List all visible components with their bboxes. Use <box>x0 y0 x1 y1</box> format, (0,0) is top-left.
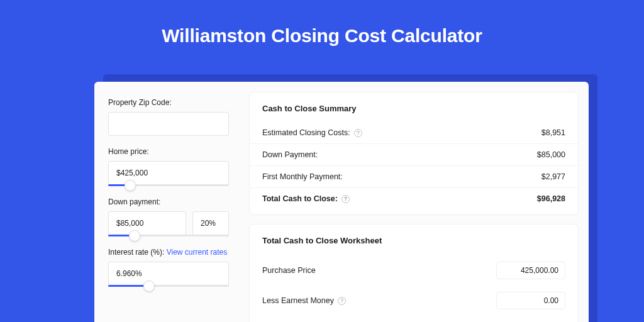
worksheet-row: Total Mortgage Loan Amount <box>262 316 565 322</box>
worksheet-row-input[interactable] <box>496 262 565 279</box>
summary-row-label: Down Payment: <box>262 150 318 159</box>
worksheet-row-label: Purchase Price <box>262 266 316 275</box>
worksheet-rows: Purchase PriceLess Earnest Money?Total M… <box>262 255 565 322</box>
summary-row-label: First Monthly Payment: <box>262 172 343 181</box>
summary-row-value: $8,951 <box>541 128 565 137</box>
summary-row-value: $96,928 <box>537 194 565 203</box>
worksheet-row-input[interactable] <box>496 292 565 309</box>
worksheet-panel: Total Cash to Close Worksheet Purchase P… <box>249 224 579 322</box>
down-payment-slider-thumb[interactable] <box>129 230 140 242</box>
summary-row: Estimated Closing Costs:?$8,951 <box>262 123 565 142</box>
help-icon[interactable]: ? <box>341 195 350 203</box>
down-payment-pct-input[interactable] <box>192 211 229 235</box>
interest-label: Interest rate (%): View current rates <box>108 248 229 257</box>
home-price-slider[interactable] <box>108 184 229 186</box>
interest-slider[interactable] <box>108 285 229 287</box>
worksheet-title: Total Cash to Close Worksheet <box>262 236 565 245</box>
home-price-label: Home price: <box>108 147 229 156</box>
home-price-slider-wrap <box>108 161 229 186</box>
summary-row-label: Total Cash to Close: <box>262 194 338 203</box>
page-title: Williamston Closing Cost Calculator <box>0 0 644 64</box>
calculator-card: Property Zip Code: Home price: Down paym… <box>94 82 589 322</box>
summary-title: Cash to Close Summary <box>262 104 565 113</box>
summary-row-value: $2,977 <box>541 172 565 181</box>
summary-row-label: Estimated Closing Costs: <box>262 128 350 137</box>
down-payment-label: Down payment: <box>108 197 229 206</box>
zip-label: Property Zip Code: <box>108 98 229 107</box>
worksheet-row: Purchase Price <box>262 255 565 286</box>
help-icon[interactable]: ? <box>338 297 346 305</box>
view-rates-link[interactable]: View current rates <box>167 248 228 257</box>
summary-divider <box>250 143 578 144</box>
summary-rows: Estimated Closing Costs:?$8,951Down Paym… <box>262 123 565 208</box>
interest-label-text: Interest rate (%): <box>108 248 167 257</box>
summary-column: Cash to Close Summary Estimated Closing … <box>243 82 589 322</box>
summary-row: Down Payment:$85,000 <box>262 145 565 164</box>
help-icon[interactable]: ? <box>354 129 362 137</box>
interest-input[interactable] <box>108 262 229 286</box>
worksheet-row-label: Less Earnest Money <box>262 296 334 305</box>
summary-divider <box>250 187 578 188</box>
zip-field: Property Zip Code: <box>108 98 229 136</box>
inputs-column: Property Zip Code: Home price: Down paym… <box>94 82 243 322</box>
summary-row: Total Cash to Close:?$96,928 <box>262 189 565 208</box>
down-payment-slider[interactable] <box>108 235 229 236</box>
summary-row: First Monthly Payment:$2,977 <box>262 167 565 186</box>
home-price-slider-thumb[interactable] <box>125 180 136 191</box>
down-payment-input[interactable] <box>108 211 186 235</box>
summary-row-value: $85,000 <box>537 150 565 159</box>
worksheet-row: Less Earnest Money? <box>262 286 565 316</box>
interest-field: Interest rate (%): View current rates <box>108 248 229 287</box>
summary-panel: Cash to Close Summary Estimated Closing … <box>249 92 579 215</box>
zip-input[interactable] <box>108 112 229 136</box>
down-payment-field: Down payment: <box>108 197 229 236</box>
interest-slider-thumb[interactable] <box>143 280 155 292</box>
home-price-field: Home price: <box>108 147 229 186</box>
summary-divider <box>250 165 578 166</box>
